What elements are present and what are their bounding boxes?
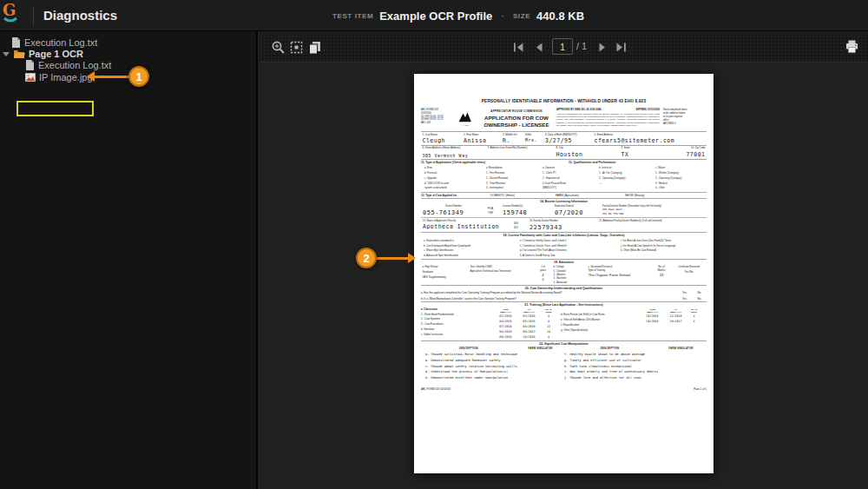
document-page: PERSONALLY IDENTIFIABLE INFORMATION - WI… [414,74,713,473]
file-icon [11,37,21,48]
training-left-names: 1 - Farm Hand Fundamentals 2 - Cow Syste… [421,312,494,337]
months-value: 24 [654,273,670,277]
first-name-value: Anissa [464,137,500,144]
form-id-block: ABC FORM 103 (10/2016) 10 CFR 50.54, 55.… [421,109,452,125]
pages-icon[interactable] [307,40,322,55]
marquee-zoom-icon[interactable] [289,40,304,55]
cow-type-row: 13. Type of Cow Applied for DOMESTIC (Ho… [421,192,707,198]
from-header-left: From (MM/YYYY) [494,307,517,313]
file-tree-sidebar: Execution Log.txt Page 1 OCR Execution L… [0,31,258,489]
previous-page-icon[interactable] [532,40,547,55]
tree-item-label: Page 1 OCR [29,49,83,59]
commission-logo: ARC [456,109,477,127]
expiration-value: 07/2020 [555,208,599,215]
zoom-icon[interactable] [271,40,286,55]
folder-open-icon [14,50,25,59]
license-number-label: License Number(s) [503,204,551,207]
page-number-input[interactable] [552,38,573,55]
facility-docket-values: 050 Maan West 052 WA 750 PWA [602,208,705,215]
address2-label: 7. Address Line Street/No (Number) [488,147,554,149]
annotation-2-badge: 2 [356,248,377,268]
middle-init-label: 3. Middle Init. [503,133,523,135]
cow-type-domestic: DOMESTIC (Home) [490,194,556,197]
tree-item-ip-image[interactable]: IP Image.jpg [25,71,93,83]
last-name-value: Cleugh [423,137,462,144]
last-page-icon[interactable] [614,40,628,55]
dob-label: 4. Date of Birth (MM/DD/YY) [545,133,592,135]
facility-docket-label: Facility Docket Number (Surrender if you… [602,204,705,207]
familiarity-col-2: e. I Owned or Gently Drove, and I Liked … [520,238,621,257]
omb-approval: APPROVED BY OMB: NO. 43-3150-0046 [556,109,602,111]
size-label: SIZE [513,12,530,20]
degree-list: 1 - Doctoral 2 - Masters 3 - Bachelor 4 … [554,269,586,284]
form-title-block: APPRECIATUR ROUGE COMMISSION APPLICATION… [480,109,553,129]
ocr-form: PERSONALLY IDENTIFIABLE INFORMATION - WI… [414,74,713,473]
page-title: Diagnostics [43,8,117,23]
burden-fine-print: Approved submissions are collected under… [556,112,660,126]
document-footer: ABC FORM 103 (10/2016) Page 1 of 5 [421,387,707,390]
from-header-right: From (MM/YYYY) [641,307,664,313]
training-right-to: 12/2016 10/2017 [664,314,687,324]
app-type-col-4: b. Instructor 1 - Air Tier (Category) 2 … [599,166,655,191]
tree-item-label: Execution Log.txt [24,37,97,48]
last-name-label: 1. Last Name [423,133,462,135]
training-right-from: 10/2016 10/2016 [641,314,664,324]
training-tables: a. Classroom1 - Farm Hand Fundamentals 2… [421,307,707,340]
manipulations-right: f. Healthy muscle shown to be above aver… [564,352,707,380]
training-left-from: 02/2016 04/2016 07/2016 08/2016 09/2016 [494,314,517,339]
docket-number-value: 055-761349 [423,208,484,215]
section-11-title: 11. Type of Application (Check applicabl… [421,161,569,164]
app-type-col-3: a. Operator 1 - Clerk, PT 2 - Experience… [542,166,599,191]
email-value: cfears5@sitemeter.com [595,137,706,144]
facility-name-label: 15. Name of Applicant's Facility [423,219,510,221]
expiration-label: Expiration Date(s) [555,204,599,207]
section-12-title: 12. Qualifications and Performance [569,161,615,164]
question-a-text: a. Has the applicant completed the Cow O… [421,291,677,294]
first-page-icon[interactable] [511,40,526,55]
tree-item-page1-ocr-folder[interactable]: Page 1 OCR [3,48,83,60]
training-left: a. Classroom1 - Farm Hand Fundamentals 2… [421,307,556,339]
annotation-highlight-box [16,101,94,116]
file-icon [25,60,35,70]
question-b-yes: Yes [677,297,692,300]
footer-page-number: Page 1 of 5 [694,387,707,390]
manipulations-rows: a. Showed solicitous Rotor Handling and … [421,351,707,381]
test-item-value: Example OCR Profile [379,10,492,23]
next-page-icon[interactable] [595,40,609,55]
vocational-value: The Organic Farm School [589,273,651,277]
simulator-header-1: FARM SIMULATOR [516,347,564,350]
street-value: 385 Vermont Way [423,153,485,158]
app-logo-icon: G [0,0,21,28]
print-icon[interactable] [845,39,859,54]
header-divider [33,6,34,25]
certificate-values: Yes No [673,269,706,273]
middle-init-value: R. [503,137,523,144]
certificate-header: Certificate Received [673,265,706,268]
omb-expires: EXPIRES: 07/31/2020 [636,109,660,111]
cow-type-farm: FARM (Agriculture) [556,194,625,197]
docket-number-label: Docket Number [423,204,484,207]
caret-down-icon[interactable] [3,52,10,56]
highschool-values: Graduate GED Supplementary [423,269,468,279]
tree-item-execution-log-root[interactable]: Execution Log.txt [11,36,97,49]
email-label: 5. Email Address [595,133,706,135]
familiarity-col-3: i. I've Been A Cow Once (Use Form(D) Tim… [621,238,707,257]
facility-name-value: Apotheca Institution [423,223,510,230]
annotation-1-arrow [92,76,130,78]
vocational-label: c. Vocational/Technical Type of Training [589,265,651,271]
tree-item-execution-log-child[interactable]: Execution Log.txt [25,59,111,71]
tree-item-label: Execution Log.txt [38,60,111,70]
manipulations-left: a. Showed solicitous Rotor Handling and … [421,352,564,380]
test-item-label: TEST ITEM [332,12,373,20]
question-a-no: No [692,291,707,294]
ged-values: Agriculture Technical was Tennessee [470,269,533,272]
months-header: No. of Months [654,265,670,271]
facility-number-tags: 060 052 [512,221,528,230]
training-left-hours: 4 4 13 14 4 [541,314,556,339]
form-title: APPLICATION FOR COW OWNERSHIP - LICENSEE [480,115,553,129]
app-header: G Diagnostics TEST ITEM Example OCR Prof… [0,0,868,31]
hours-header-left: No. of hours [541,307,556,313]
college-label: b. College [554,265,586,268]
header-meta: TEST ITEM Example OCR Profile · SIZE 440… [332,0,584,31]
suffix-label: Suffix [525,133,542,135]
